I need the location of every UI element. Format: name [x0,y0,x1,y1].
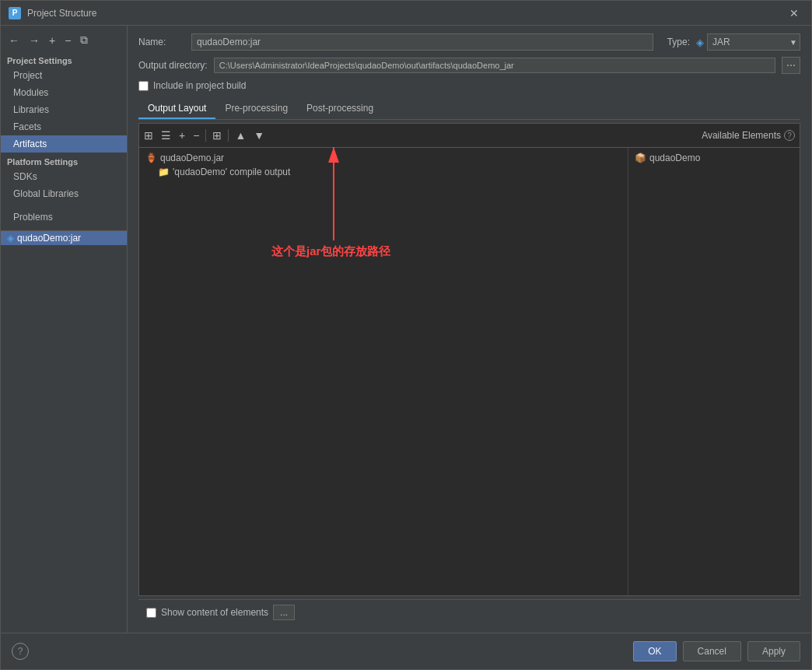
jar-icon: 🏺 [145,153,157,163]
sidebar-item-global-libraries[interactable]: Global Libraries [1,185,127,202]
include-project-build-checkbox[interactable] [138,81,149,91]
available-elements-panel: 📦 qudaoDemo [628,148,800,595]
list-icon-btn[interactable]: ☰ [158,128,174,142]
project-structure-dialog: P Project Structure ✕ ← → + − ⧉ Project … [0,0,812,670]
remove-artifact-button[interactable]: − [61,33,74,48]
sidebar-item-artifacts[interactable]: Artifacts [1,135,127,153]
output-dir-input[interactable] [214,58,775,73]
tab-pre-processing[interactable]: Pre-processing [215,99,297,119]
platform-settings-header: Platform Settings [1,153,127,168]
copy-artifact-button[interactable]: ⧉ [77,32,91,48]
type-select-wrapper: ◈ JAR ▼ [696,33,800,51]
move-up-btn[interactable]: ▲ [232,128,249,142]
tabs-bar: Output Layout Pre-processing Post-proces… [138,99,800,120]
artifact-list-item-qudaodemo[interactable]: ◈ qudaoDemo:jar [1,231,127,245]
layout-icon-btn[interactable]: ⊞ [141,128,156,142]
output-dir-label: Output directory: [138,60,208,71]
name-input[interactable] [191,33,653,51]
title-bar: P Project Structure ✕ [1,1,811,26]
folder-icon: 📁 [158,167,170,177]
name-type-row: Name: Type: ◈ JAR ▼ [138,33,800,51]
toolbar-separator-2 [228,129,229,142]
show-content-row: Show content of elements ... [146,605,295,620]
available-elements-header: Available Elements ? [698,127,798,144]
cancel-button[interactable]: Cancel [683,641,741,661]
content-area: ⊞ ☰ + − ⊞ ▲ ▼ Available Elements ? [138,123,800,596]
right-panel: Name: Type: ◈ JAR ▼ Output directory: ⋯ [128,26,811,633]
show-content-label[interactable]: Show content of elements [161,607,268,618]
dialog-title: Project Structure [27,8,96,19]
available-element-qudaodemo[interactable]: 📦 qudaoDemo [632,151,796,165]
nav-forward-button[interactable]: → [26,33,43,48]
type-select[interactable]: JAR [707,33,800,51]
title-bar-left: P Project Structure [9,7,96,19]
ok-button[interactable]: OK [633,641,676,661]
tree-item-jar[interactable]: 🏺 qudaoDemo.jar [142,151,625,165]
add-artifact-button[interactable]: + [46,33,58,48]
remove-element-btn[interactable]: − [190,128,202,142]
apply-button[interactable]: Apply [747,641,800,661]
bottom-bar: Show content of elements ... [138,599,800,625]
jar-type-icon: ◈ [696,37,704,48]
three-dots-button[interactable]: ... [273,605,295,620]
tree-area: 🏺 qudaoDemo.jar 📁 'qudaoDemo' compile ou… [139,148,800,595]
name-label: Name: [138,37,185,47]
sidebar-item-facets[interactable]: Facets [1,118,127,135]
sidebar-item-project[interactable]: Project [1,67,127,84]
project-settings-header: Project Settings [1,51,127,67]
include-project-build-row: Include in project build [138,80,800,91]
available-elements-help-icon[interactable]: ? [784,130,795,141]
dialog-buttons: ? OK Cancel Apply [1,633,811,669]
output-layout-tree: 🏺 qudaoDemo.jar 📁 'qudaoDemo' compile ou… [139,148,628,595]
sidebar-item-modules[interactable]: Modules [1,84,127,101]
include-project-build-label[interactable]: Include in project build [153,80,246,91]
type-label: Type: [667,37,690,47]
tab-output-layout[interactable]: Output Layout [138,99,215,119]
nav-back-button[interactable]: ← [5,33,23,48]
move-down-btn[interactable]: ▼ [250,128,268,142]
show-content-checkbox[interactable] [146,608,156,618]
module-icon: 📦 [635,153,646,163]
dialog-help-button[interactable]: ? [12,643,29,660]
output-dir-row: Output directory: ⋯ [138,57,800,74]
sidebar-item-sdks[interactable]: SDKs [1,168,127,185]
sidebar-item-problems[interactable]: Problems [1,209,127,226]
sidebar-item-libraries[interactable]: Libraries [1,101,127,118]
close-button[interactable]: ✕ [785,5,803,21]
browse-output-dir-button[interactable]: ⋯ [782,57,800,74]
extract-btn[interactable]: ⊞ [209,128,225,142]
sidebar: ← → + − ⧉ Project Settings Project Modul… [1,26,128,633]
app-icon: P [9,7,21,19]
tree-item-compile-output[interactable]: 📁 'qudaoDemo' compile output [142,165,625,179]
add-element-btn[interactable]: + [176,128,188,142]
layout-toolbar: ⊞ ☰ + − ⊞ ▲ ▼ Available Elements ? [139,124,800,148]
sidebar-nav-bar: ← → + − ⧉ [1,29,127,51]
toolbar-separator [205,129,206,142]
main-content: ← → + − ⧉ Project Settings Project Modul… [1,26,811,633]
tab-post-processing[interactable]: Post-processing [297,99,383,119]
